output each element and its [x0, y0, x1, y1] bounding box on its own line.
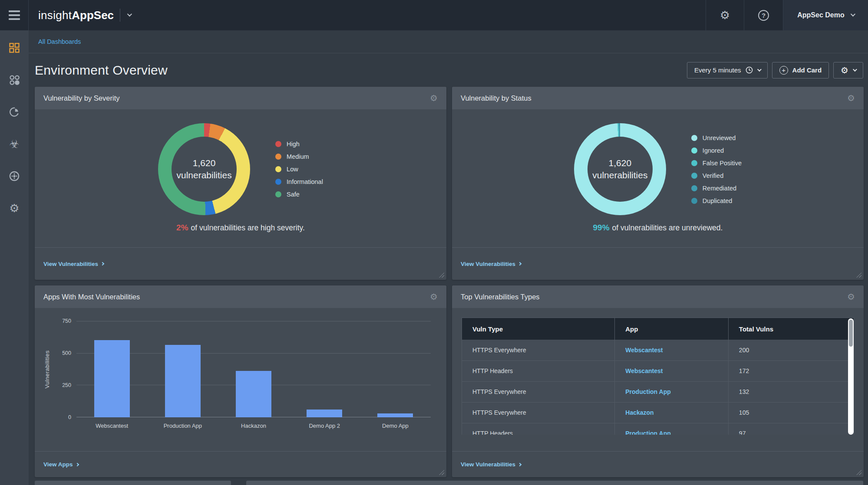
card-settings-gear-icon[interactable]: ⚙ — [430, 292, 438, 302]
product-logo: insightAppSec — [38, 0, 131, 30]
table-row: HTTP HeadersProduction App97 — [462, 423, 854, 435]
total-vulns-cell: 200 — [728, 340, 854, 360]
app-link[interactable]: Webscantest — [615, 340, 729, 360]
card-resize-handle[interactable] — [856, 470, 861, 475]
status-caption: 99% of vulnerabilities are unreviewed. — [452, 223, 864, 233]
bar-slot — [289, 321, 360, 417]
column-header-vuln-type: Vuln Type — [462, 318, 615, 340]
vuln-type-cell: HTTPS Everywhere — [462, 340, 615, 360]
view-vulnerabilities-link[interactable]: View Vulnerabilities — [43, 261, 104, 267]
vuln-type-cell: HTTP Headers — [462, 360, 615, 381]
biohazard-icon: ☣ — [9, 138, 19, 150]
caption-text: of vulnerabilities are unreviewed. — [612, 223, 723, 233]
caption-text: of vulnerabilities are high severity. — [191, 223, 305, 233]
legend-label: Duplicated — [703, 197, 733, 204]
donut-center-value: 1,620 — [193, 157, 216, 169]
bar-slot — [218, 321, 289, 417]
donut-center-label: vulnerabilities — [592, 169, 647, 181]
legend-label: Remediated — [703, 185, 736, 192]
legend-label: Unreviewed — [703, 134, 736, 141]
x-tick-label: Production App — [147, 423, 218, 429]
view-vulnerabilities-link[interactable]: View Vulnerabilities — [461, 461, 521, 468]
dashboard-settings-dropdown[interactable]: ⚙ — [833, 62, 863, 79]
vuln-type-cell: HTTPS Everywhere — [462, 381, 615, 402]
legend-label: Ignored — [703, 147, 724, 154]
refresh-interval-dropdown[interactable]: Every 5 minutes — [687, 62, 768, 79]
legend-item-medium: Medium — [275, 151, 323, 163]
header-settings-button[interactable]: ⚙ — [706, 0, 744, 30]
sidebar-item-scan-engines[interactable] — [0, 167, 29, 186]
card-settings-gear-icon[interactable]: ⚙ — [847, 93, 855, 103]
caption-percentage: 2% — [176, 223, 188, 233]
vuln-type-cell: HTTP Headers — [462, 423, 615, 435]
chevron-right-icon — [518, 462, 521, 466]
clock-icon — [746, 66, 753, 74]
app-link[interactable]: Production App — [615, 423, 729, 435]
card-header: Vulnerability by Severity ⚙ — [35, 87, 446, 109]
header-help-button[interactable]: ? — [744, 0, 783, 30]
legend-item-duplicated: Duplicated — [691, 194, 742, 207]
legend-item-informational: Informational — [275, 176, 323, 188]
card-settings-gear-icon[interactable]: ⚙ — [847, 292, 855, 302]
column-header-total-vulns: Total Vulns — [728, 318, 854, 340]
legend-dot — [691, 198, 697, 204]
card-resize-handle[interactable] — [856, 272, 861, 278]
sidebar-item-vulnerabilities[interactable]: ☣ — [0, 134, 29, 154]
x-tick-label: Demo App — [360, 423, 431, 429]
breadcrumb-all-dashboards-link[interactable]: All Dashboards — [38, 38, 81, 45]
view-apps-link[interactable]: View Apps — [43, 461, 79, 468]
card-settings-gear-icon[interactable]: ⚙ — [430, 93, 438, 103]
table-header-row: Vuln TypeAppTotal Vulns — [462, 318, 854, 340]
bar-production-app — [165, 345, 201, 417]
table-scrollbar-thumb[interactable] — [849, 320, 853, 347]
legend-item-unreviewed: Unreviewed — [691, 131, 742, 144]
page-title: Environment Overview — [35, 63, 687, 78]
card-resize-handle[interactable] — [439, 272, 444, 278]
legend-dot — [275, 166, 281, 172]
sidebar-item-apps[interactable] — [0, 70, 29, 89]
donut-center: 1,620 vulnerabilities — [172, 137, 237, 202]
legend-item-remediated: Remediated — [691, 182, 742, 194]
severity-caption: 2% of vulnerabilities are high severity. — [35, 223, 446, 233]
hamburger-menu-icon[interactable] — [0, 0, 29, 30]
bar-slot — [76, 321, 147, 417]
card-vulnerability-by-status: Vulnerability by Status ⚙ 1,620 vulnerab… — [452, 87, 864, 280]
x-tick-label: Demo App 2 — [289, 423, 360, 429]
next-row-card-peek — [246, 481, 863, 485]
y-axis-title: Vulnerabilities — [42, 321, 53, 417]
legend-item-false-positive: False Positive — [691, 157, 742, 169]
y-tick-label: 0 — [68, 414, 71, 420]
card-title: Vulnerability by Severity — [43, 94, 430, 102]
table-scrollbar[interactable] — [848, 318, 854, 435]
breadcrumb: All Dashboards — [29, 30, 868, 53]
donut-center: 1,620 vulnerabilities — [587, 137, 653, 202]
view-vulnerabilities-link[interactable]: View Vulnerabilities — [461, 261, 521, 267]
bar-slot — [147, 321, 218, 417]
total-vulns-cell: 105 — [728, 402, 854, 423]
card-header: Apps With Most Vulnerabilities ⚙ — [35, 285, 446, 308]
top-header: insightAppSec ⚙ ? AppSec Demo — [0, 0, 868, 30]
add-card-button[interactable]: + Add Card — [772, 62, 829, 79]
sidebar-item-settings[interactable]: ⚙ — [0, 199, 29, 218]
status-legend: UnreviewedIgnoredFalse PositiveVerifiedR… — [691, 131, 742, 207]
legend-item-high: High — [275, 138, 323, 151]
refresh-interval-label: Every 5 minutes — [694, 66, 741, 74]
x-tick-label: Hackazon — [218, 423, 289, 429]
sidebar-item-coverage[interactable] — [0, 102, 29, 121]
add-card-label: Add Card — [792, 66, 822, 74]
next-row-card-peek — [35, 481, 231, 485]
apps-circles-icon — [8, 74, 20, 86]
brand-bold: AppSec — [72, 9, 114, 22]
legend-dot — [691, 160, 697, 166]
app-link[interactable]: Webscantest — [615, 360, 729, 381]
app-link[interactable]: Production App — [615, 381, 729, 402]
account-menu[interactable]: AppSec Demo — [783, 0, 868, 30]
app-link[interactable]: Hackazon — [615, 402, 729, 423]
plus-icon: + — [779, 66, 788, 75]
sidebar-item-dashboards[interactable] — [0, 38, 29, 57]
gear-icon: ⚙ — [720, 10, 730, 21]
card-resize-handle[interactable] — [439, 470, 444, 475]
brand-regular: insight — [38, 9, 72, 22]
legend-label: Informational — [287, 178, 323, 185]
table-row: HTTPS EverywhereWebscantest200 — [462, 340, 854, 360]
